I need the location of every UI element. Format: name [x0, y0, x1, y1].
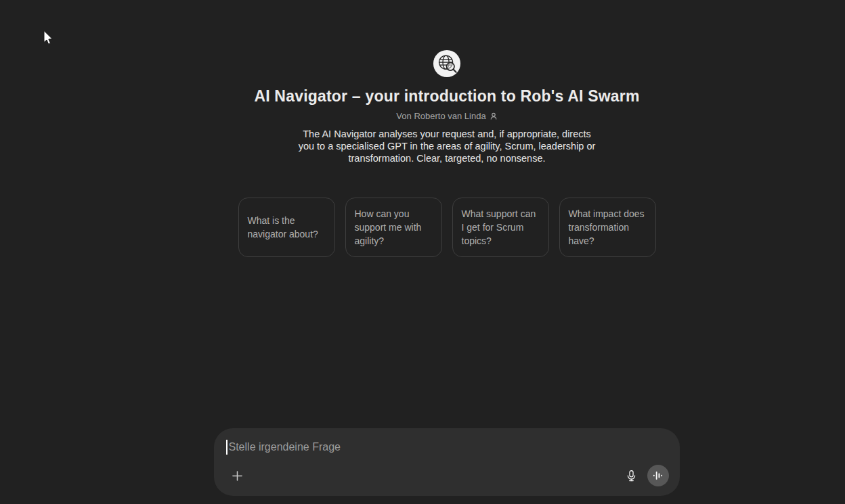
- voice-mode-button[interactable]: [647, 465, 669, 486]
- suggestion-card-scrum[interactable]: What support can I get for Scrum topics?: [452, 198, 549, 257]
- chat-page: AI Navigator – your introduction to Rob'…: [0, 0, 845, 504]
- person-icon: [490, 112, 498, 120]
- text-caret: [226, 440, 228, 455]
- gpt-title: AI Navigator – your introduction to Rob'…: [254, 87, 639, 106]
- byline-text: Von Roberto van Linda: [396, 111, 485, 121]
- suggestion-label: How can you support me with agility?: [355, 208, 422, 246]
- suggestion-label: What support can I get for Scrum topics?: [462, 208, 536, 246]
- gpt-byline[interactable]: Von Roberto van Linda: [396, 111, 497, 121]
- gpt-landing-column: AI Navigator – your introduction to Rob'…: [49, 0, 845, 257]
- suggestion-label: What is the navigator about?: [248, 215, 318, 239]
- message-input[interactable]: Stelle irgendeine Frage: [226, 440, 669, 455]
- gpt-description: The AI Navigator analyses your request a…: [294, 128, 600, 164]
- attach-button[interactable]: [226, 465, 248, 486]
- suggestion-label: What impact does transformation have?: [569, 208, 645, 246]
- suggestion-card-transformation[interactable]: What impact does transformation have?: [559, 198, 656, 257]
- suggestion-card-navigator[interactable]: What is the navigator about?: [238, 198, 335, 257]
- input-placeholder: Stelle irgendeine Frage: [229, 441, 341, 453]
- gpt-logo: [433, 49, 461, 78]
- plus-icon: [232, 470, 243, 482]
- composer[interactable]: Stelle irgendeine Frage: [214, 428, 680, 496]
- microphone-icon: [625, 469, 638, 482]
- suggestion-cards: What is the navigator about? How can you…: [238, 198, 656, 257]
- suggestion-card-agility[interactable]: How can you support me with agility?: [345, 198, 442, 257]
- waveform-icon: [652, 469, 664, 482]
- globe-magnifier-icon: [433, 49, 461, 78]
- dictate-button[interactable]: [620, 465, 642, 486]
- composer-toolbar: [226, 465, 669, 486]
